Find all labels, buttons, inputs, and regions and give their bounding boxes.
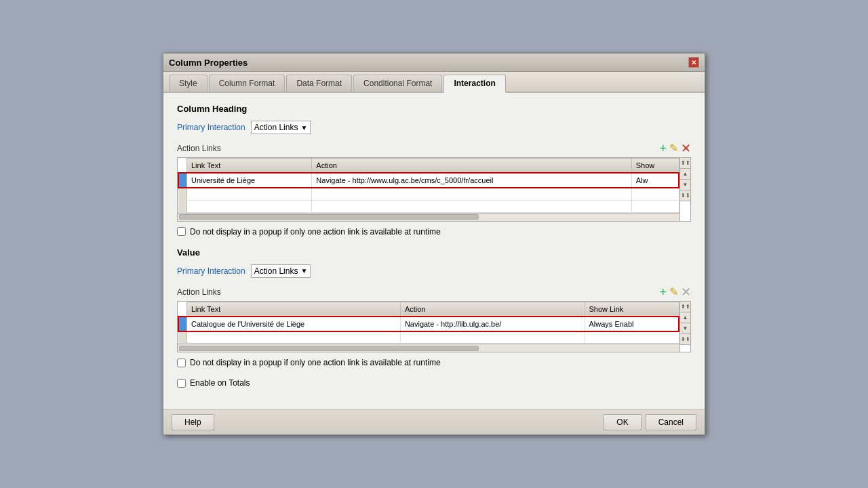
value-delete-icon[interactable]: ✕	[681, 286, 691, 298]
col-header-link-text-1: Link Text	[187, 159, 312, 174]
col-header-action-2: Action	[400, 302, 585, 317]
show-cell: Alw	[631, 173, 679, 188]
value-action-cell: Navigate - http://lib.ulg.ac.be/	[400, 317, 585, 331]
value-scroll-up[interactable]: ▲	[680, 312, 690, 323]
value-title: Value	[177, 247, 691, 258]
column-heading-dropdown-arrow: ▼	[300, 124, 307, 131]
column-heading-title: Column Heading	[177, 104, 691, 114]
value-checkbox-row-2: Enable on Totals	[177, 378, 691, 388]
value-row-selector	[178, 317, 187, 331]
scroll-up-1[interactable]: ▲	[680, 169, 690, 180]
column-heading-interaction-dropdown[interactable]: Action Links ▼	[251, 121, 311, 134]
value-hscroll[interactable]	[178, 344, 679, 352]
column-heading-checkbox-row: Do not display in a popup if only one ac…	[177, 227, 691, 237]
value-table-wrapper: Link Text Action Show Link Catalogue de …	[177, 301, 691, 353]
column-heading-hscroll-thumb	[179, 214, 479, 220]
dialog-title: Column Properties	[169, 58, 248, 68]
column-properties-dialog: Column Properties ✕ Style Column Format …	[163, 53, 705, 435]
column-heading-table-container: Link Text Action Show Université de Lièg…	[178, 158, 690, 221]
value-interaction-value: Action Links	[254, 266, 298, 276]
dialog-footer: Help OK Cancel	[163, 409, 705, 434]
value-checkbox2-label: Enable on Totals	[190, 378, 250, 388]
col-header-link-text-2: Link Text	[187, 302, 401, 317]
value-scroll-arrows: ⬆⬆ ▲ ▼ ⬇⬇	[679, 302, 690, 352]
value-scroll-bottom[interactable]: ⬇⬇	[680, 334, 690, 345]
column-heading-interaction-value: Action Links	[254, 123, 298, 132]
value-action-links-label: Action Links	[177, 287, 221, 297]
value-hscroll-thumb	[179, 346, 479, 351]
value-table-main: Link Text Action Show Link Catalogue de …	[178, 302, 679, 352]
tab-bar: Style Column Format Data Format Conditio…	[163, 72, 705, 93]
tab-style[interactable]: Style	[169, 75, 208, 92]
value-edit-icon[interactable]: ✎	[669, 287, 678, 298]
col-header-action-1: Action	[312, 159, 631, 174]
scroll-down-1[interactable]: ▼	[680, 180, 690, 190]
dialog-titlebar: Column Properties ✕	[163, 54, 705, 72]
table-row-empty-2	[178, 200, 679, 212]
help-button[interactable]: Help	[172, 414, 214, 430]
column-heading-primary-label: Primary Interaction	[177, 123, 245, 132]
column-heading-delete-icon[interactable]: ✕	[681, 142, 691, 155]
row-selector	[178, 173, 187, 188]
value-toolbar: + ✎ ✕	[659, 286, 691, 298]
column-heading-edit-icon[interactable]: ✎	[669, 143, 678, 154]
value-totals-checkbox[interactable]	[177, 379, 186, 388]
value-primary-interaction-row: Primary Interaction Action Links ▼	[177, 264, 691, 278]
tab-interaction[interactable]: Interaction	[443, 75, 505, 93]
column-heading-add-icon[interactable]: +	[659, 142, 667, 155]
value-popup-checkbox[interactable]	[177, 359, 186, 367]
column-heading-primary-interaction-row: Primary Interaction Action Links ▼	[177, 121, 691, 134]
column-heading-action-links-label: Action Links	[177, 144, 221, 153]
scroll-bottom-1[interactable]: ⬇⬇	[680, 190, 690, 201]
column-heading-action-links-header: Action Links + ✎ ✕	[177, 142, 691, 155]
column-heading-popup-checkbox[interactable]	[177, 227, 186, 236]
value-show-cell: Always Enabl	[585, 317, 679, 331]
column-heading-table-main: Link Text Action Show Université de Lièg…	[178, 158, 679, 221]
value-add-icon[interactable]: +	[659, 286, 667, 298]
footer-right-buttons: OK Cancel	[604, 414, 696, 430]
scroll-top-1[interactable]: ⬆⬆	[680, 158, 690, 169]
dialog-body: Column Heading Primary Interaction Actio…	[163, 93, 705, 409]
value-action-links-header: Action Links + ✎ ✕	[177, 286, 691, 298]
value-scroll-down[interactable]: ▼	[680, 323, 690, 334]
value-link-text-cell: Catalogue de l'Université de Liège	[187, 317, 401, 331]
column-heading-table-wrapper: Link Text Action Show Université de Lièg…	[177, 157, 691, 222]
ok-button[interactable]: OK	[604, 414, 641, 430]
value-table-row-empty-1	[178, 331, 679, 344]
value-checkbox1-label: Do not display in a popup if only one ac…	[190, 358, 441, 367]
column-heading-toolbar: + ✎ ✕	[659, 142, 691, 155]
tab-data-format[interactable]: Data Format	[286, 75, 352, 92]
close-button[interactable]: ✕	[688, 57, 699, 68]
link-text-cell: Université de Liège	[187, 173, 312, 188]
table-row-empty-1	[178, 188, 679, 200]
table-row[interactable]: Université de Liège Navigate - http://ww…	[178, 173, 679, 188]
col-header-show-link-2: Show Link	[585, 302, 679, 317]
column-heading-table: Link Text Action Show Université de Lièg…	[178, 158, 679, 213]
value-table-container: Link Text Action Show Link Catalogue de …	[178, 302, 690, 352]
column-heading-checkbox-label: Do not display in a popup if only one ac…	[190, 227, 441, 237]
col-header-show-1: Show	[631, 159, 679, 174]
value-primary-label: Primary Interaction	[177, 266, 245, 276]
value-dropdown-arrow: ▼	[300, 267, 307, 274]
value-interaction-dropdown[interactable]: Action Links ▼	[251, 264, 311, 278]
tab-conditional-format[interactable]: Conditional Format	[353, 75, 442, 92]
column-heading-hscroll[interactable]	[178, 213, 679, 221]
value-checkbox-row-1: Do not display in a popup if only one ac…	[177, 358, 691, 367]
table-row[interactable]: Catalogue de l'Université de Liège Navig…	[178, 317, 679, 331]
cancel-button[interactable]: Cancel	[646, 414, 696, 430]
value-table: Link Text Action Show Link Catalogue de …	[178, 302, 679, 344]
column-heading-scroll-arrows: ⬆⬆ ▲ ▼ ⬇⬇	[679, 158, 690, 221]
tab-column-format[interactable]: Column Format	[209, 75, 285, 92]
action-cell: Navigate - http://www.ulg.ac.be/cms/c_50…	[312, 173, 631, 188]
value-scroll-top[interactable]: ⬆⬆	[680, 302, 690, 312]
